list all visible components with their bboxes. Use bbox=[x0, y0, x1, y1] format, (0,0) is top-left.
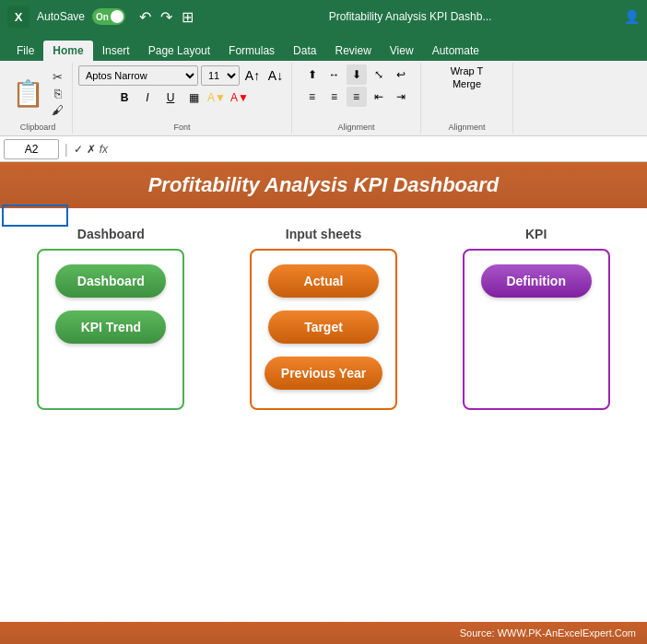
merge-cells-button[interactable]: Merge bbox=[449, 77, 485, 90]
quick-access-toolbar: ↶ ↷ ⊞ bbox=[136, 6, 196, 28]
check-icon: ✓ bbox=[74, 143, 83, 156]
tab-review[interactable]: Review bbox=[325, 41, 380, 61]
definition-button[interactable]: Definition bbox=[481, 264, 592, 298]
cut-button[interactable]: ✂ bbox=[49, 69, 66, 85]
dashboard-button[interactable]: Dashboard bbox=[55, 264, 166, 298]
actual-button[interactable]: Actual bbox=[268, 264, 379, 298]
fx-label: fx bbox=[100, 143, 108, 156]
font-family-select[interactable]: Aptos Narrow bbox=[78, 65, 198, 86]
font-color-button[interactable]: A▼ bbox=[229, 88, 250, 108]
dashboard-container: Profitability Analysis KPI Dashboard Das… bbox=[0, 162, 647, 644]
kpi-section-wrapper: KPI Definition bbox=[434, 227, 638, 410]
font-group: Aptos Narrow 11 A↑ A↓ B I U ▦ A▼ A▼ Font bbox=[73, 63, 292, 134]
dashboard-section-wrapper: Dashboard Dashboard KPI Trend bbox=[9, 227, 213, 410]
redo-button[interactable]: ↷ bbox=[158, 6, 175, 28]
formula-bar: | ✓ ✗ fx bbox=[0, 136, 647, 162]
copy-button[interactable]: ⎘ bbox=[49, 86, 66, 101]
dashboard-body: Dashboard Dashboard KPI Trend Input shee… bbox=[0, 208, 647, 622]
cell-reference-input[interactable] bbox=[4, 139, 59, 159]
tab-page-layout[interactable]: Page Layout bbox=[139, 41, 219, 61]
tab-view[interactable]: View bbox=[381, 41, 423, 61]
alignment-group: ⬆ ↔ ⬇ ⤡ ↩ ≡ ≡ ≡ ⇤ ⇥ Alignment bbox=[292, 63, 421, 134]
font-size-select[interactable]: 11 bbox=[201, 65, 240, 86]
user-icon[interactable]: 👤 bbox=[624, 9, 640, 24]
increase-indent-button[interactable]: ⇥ bbox=[391, 87, 411, 107]
dashboard-section-title: Dashboard bbox=[77, 227, 145, 241]
wrap-text-button[interactable]: Wrap T bbox=[447, 64, 488, 77]
cancel-formula-icon: ✗ bbox=[87, 143, 96, 156]
title-bar: X AutoSave On ↶ ↷ ⊞ Profitability Analys… bbox=[0, 0, 647, 33]
input-sheets-section-title: Input sheets bbox=[286, 227, 361, 241]
tab-home[interactable]: Home bbox=[43, 41, 92, 61]
borders-button[interactable]: ▦ bbox=[183, 88, 204, 108]
undo-button[interactable]: ↶ bbox=[136, 6, 154, 28]
underline-button[interactable]: U bbox=[160, 88, 181, 108]
clipboard-group: 📋 ✂ ⎘ 🖌 Clipboard bbox=[4, 63, 73, 134]
ribbon-toolbar: 📋 ✂ ⎘ 🖌 Clipboard Aptos Narrow 11 A↑ A↓ bbox=[0, 61, 647, 136]
text-direction-button[interactable]: ⤡ bbox=[369, 64, 389, 85]
tab-formulas[interactable]: Formulas bbox=[219, 41, 284, 61]
source-text: Source: WWW.PK-AnExcelExpert.Com bbox=[460, 627, 636, 638]
align-top-button[interactable]: ⬆ bbox=[302, 64, 323, 85]
alignment-label2: Alignment bbox=[448, 123, 485, 132]
italic-button[interactable]: I bbox=[137, 88, 158, 108]
decrease-indent-button[interactable]: ⇤ bbox=[369, 87, 389, 107]
dashboard-title: Profitability Analysis KPI Dashboard bbox=[0, 162, 647, 208]
font-grow-button[interactable]: A↑ bbox=[242, 65, 263, 86]
formula-input[interactable] bbox=[112, 143, 643, 156]
kpi-section-box: Definition bbox=[463, 249, 610, 410]
bold-button[interactable]: B bbox=[114, 88, 135, 108]
align-left-button[interactable]: ≡ bbox=[302, 87, 323, 107]
tab-data[interactable]: Data bbox=[284, 41, 325, 61]
align-middle-button[interactable]: ↔ bbox=[324, 64, 345, 85]
previous-year-button[interactable]: Previous Year bbox=[265, 357, 382, 390]
align-center-button[interactable]: ≡ bbox=[324, 87, 345, 107]
wrap-merge-group: Wrap T Merge Alignment bbox=[421, 63, 513, 134]
align-right-button[interactable]: ≡ bbox=[347, 87, 367, 107]
tab-automate[interactable]: Automate bbox=[423, 41, 488, 61]
tab-insert[interactable]: Insert bbox=[93, 41, 139, 61]
input-sheets-section-wrapper: Input sheets Actual Target Previous Year bbox=[222, 227, 426, 410]
autosave-label: AutoSave bbox=[37, 10, 85, 23]
kpi-section-title: KPI bbox=[525, 227, 547, 241]
autosave-toggle[interactable]: On bbox=[92, 8, 125, 25]
font-label: Font bbox=[173, 123, 190, 132]
clipboard-label: Clipboard bbox=[20, 123, 56, 132]
kpi-trend-button[interactable]: KPI Trend bbox=[55, 310, 166, 344]
alignment-label: Alignment bbox=[337, 123, 374, 132]
dashboard-section-box: Dashboard KPI Trend bbox=[37, 249, 184, 410]
spreadsheet-area: Profitability Analysis KPI Dashboard Das… bbox=[0, 162, 647, 644]
font-shrink-button[interactable]: A↓ bbox=[265, 65, 286, 86]
window-controls: 👤 bbox=[624, 9, 640, 24]
formula-divider: | bbox=[63, 142, 70, 157]
paste-button[interactable]: 📋 bbox=[9, 76, 47, 111]
target-button[interactable]: Target bbox=[268, 310, 379, 344]
format-painter-button[interactable]: 🖌 bbox=[49, 102, 66, 118]
indent-button[interactable]: ↩ bbox=[391, 64, 411, 85]
window-title: Profitability Analysis KPI Dashb... bbox=[204, 10, 617, 23]
input-sheets-section-box: Actual Target Previous Year bbox=[250, 249, 397, 410]
ribbon-tabs: File Home Insert Page Layout Formulas Da… bbox=[0, 33, 647, 61]
excel-icon: X bbox=[7, 6, 29, 28]
grid-view-button[interactable]: ⊞ bbox=[179, 6, 196, 28]
tab-file[interactable]: File bbox=[7, 41, 43, 61]
highlight-button[interactable]: A▼ bbox=[206, 88, 227, 108]
align-bottom-button[interactable]: ⬇ bbox=[347, 64, 367, 85]
dashboard-footer: Source: WWW.PK-AnExcelExpert.Com bbox=[0, 622, 647, 644]
